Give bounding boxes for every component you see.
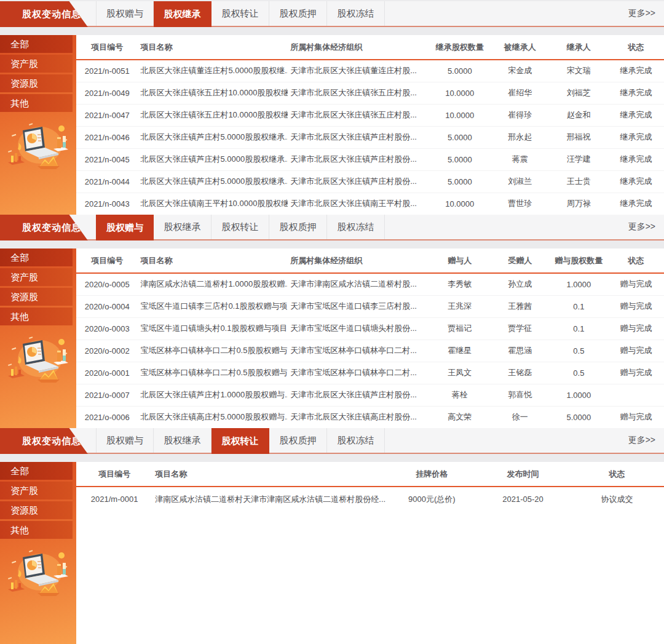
table-cell: 宋文瑞 bbox=[550, 60, 609, 82]
table-cell: 2020/o-0001 bbox=[76, 362, 138, 384]
tab-equity-freeze[interactable]: 股权冻结 bbox=[327, 428, 385, 453]
table-cell: 天津市宝坻区林亭口镇林亭口二村... bbox=[288, 340, 429, 362]
table-cell: 赵金和 bbox=[550, 104, 609, 126]
table-row[interactable]: 2021/n-0049北辰区大张庄镇张五庄村10.0000股股权继...天津市北… bbox=[76, 82, 664, 104]
table-cell: 0.1 bbox=[550, 317, 609, 340]
table-cell: 郭喜悦 bbox=[491, 384, 550, 406]
sidebar-item-all[interactable]: 全部 bbox=[0, 35, 73, 53]
sidebar-item-other[interactable]: 其他 bbox=[0, 94, 73, 112]
table-cell: 天津市北辰区大张庄镇张五庄村股... bbox=[288, 82, 429, 104]
sidebar-item-all[interactable]: 全部 bbox=[0, 248, 73, 266]
tab-equity-pledge[interactable]: 股权质押 bbox=[269, 1, 327, 26]
tab-equity-freeze[interactable]: 股权冻结 bbox=[327, 215, 385, 239]
table-row[interactable]: 2021/n-0051北辰区大张庄镇董连庄村5.0000股股权继...天津市北辰… bbox=[76, 60, 664, 82]
sidebar-item-resource-shares[interactable]: 资源股 bbox=[0, 288, 73, 306]
sidebar-item-asset-shares[interactable]: 资产股 bbox=[0, 55, 73, 73]
table-cell: 霍思涵 bbox=[491, 340, 550, 362]
table-cell: 赠与完成 bbox=[608, 340, 664, 362]
panel-ribbon: 股权变动信息 bbox=[0, 1, 93, 27]
table-cell bbox=[608, 384, 664, 406]
column-header: 赠与股权数量 bbox=[550, 248, 609, 273]
table-cell: 宝坻区林亭口镇林亭口二村0.5股股权赠与... bbox=[138, 340, 288, 362]
table-header-row: 项目编号项目名称挂牌价格发布时间状态 bbox=[76, 462, 664, 487]
table-cell: 赠与完成 bbox=[608, 406, 664, 428]
tab-equity-pledge[interactable]: 股权质押 bbox=[269, 428, 327, 453]
sidebar-item-all[interactable]: 全部 bbox=[0, 462, 73, 480]
table-cell: 宝坻区林亭口镇林亭口二村0.5股股权赠与... bbox=[138, 362, 288, 384]
table-header-row: 项目编号项目名称所属村集体经济组织继承股权数量被继承人继承人状态 bbox=[76, 35, 664, 60]
tab-equity-gift[interactable]: 股权赠与 bbox=[96, 428, 154, 453]
category-menu: 全部资产股资源股其他 bbox=[0, 35, 76, 114]
table-cell: 王铭磊 bbox=[491, 362, 550, 384]
table-cell: 0.5 bbox=[550, 362, 609, 384]
table-cell: 天津市北辰区大张庄镇芦庄村股份... bbox=[288, 126, 429, 148]
table-cell: 2021/o-0006 bbox=[76, 406, 138, 428]
panel-body: 全部资产股资源股其他 bbox=[0, 248, 664, 428]
table-row[interactable]: 2020/o-0001宝坻区林亭口镇林亭口二村0.5股股权赠与...天津市宝坻区… bbox=[76, 362, 664, 384]
panel-title: 股权变动信息 bbox=[0, 222, 81, 234]
table-row[interactable]: 2021/n-0044北辰区大张庄镇芦庄村5.0000股股权继承...天津市北辰… bbox=[76, 170, 664, 193]
tab-equity-freeze[interactable]: 股权冻结 bbox=[327, 1, 385, 26]
tab-bar: 股权赠与股权继承股权转让股权质押股权冻结 bbox=[96, 1, 385, 26]
data-table: 项目编号项目名称挂牌价格发布时间状态 2021/m-0001津南区咸水沽镇二道桥… bbox=[76, 462, 664, 511]
table-cell: 天津市北辰区大张庄镇董连庄村股... bbox=[288, 60, 429, 82]
table-row[interactable]: 2021/n-0043北辰区大张庄镇南王平村10.0000股股权继...天津市北… bbox=[76, 193, 664, 215]
table-row[interactable]: 2021/m-0001津南区咸水沽镇二道桥村天津市津南区咸水沽镇二道桥村股份经.… bbox=[76, 487, 664, 511]
tab-equity-transfer[interactable]: 股权转让 bbox=[211, 215, 269, 239]
category-menu: 全部资产股资源股其他 bbox=[0, 462, 76, 541]
table-row[interactable]: 2020/o-0005津南区咸水沽镇二道桥村1.0000股股权赠...天津市津南… bbox=[76, 273, 664, 295]
table-row[interactable]: 2021/n-0047北辰区大张庄镇张五庄村10.0000股股权继...天津市北… bbox=[76, 104, 664, 126]
table-cell: 2021/n-0047 bbox=[76, 104, 138, 126]
table-cell: 5.0000 bbox=[429, 60, 491, 82]
table-cell: 孙立成 bbox=[491, 273, 550, 295]
sidebar-item-asset-shares[interactable]: 资产股 bbox=[0, 268, 73, 286]
sidebar-item-resource-shares[interactable]: 资源股 bbox=[0, 74, 73, 92]
tab-equity-transfer[interactable]: 股权转让 bbox=[211, 1, 269, 26]
tab-equity-inheritance[interactable]: 股权继承 bbox=[154, 1, 211, 27]
table-cell: 高文荣 bbox=[429, 406, 491, 428]
category-menu: 全部资产股资源股其他 bbox=[0, 248, 76, 327]
sidebar-item-resource-shares[interactable]: 资源股 bbox=[0, 501, 73, 519]
sidebar-item-other[interactable]: 其他 bbox=[0, 521, 73, 539]
sidebar-item-asset-shares[interactable]: 资产股 bbox=[0, 482, 73, 499]
table-cell: 2021/n-0045 bbox=[76, 148, 138, 170]
tab-equity-transfer[interactable]: 股权转让 bbox=[211, 428, 269, 454]
table-area: 项目编号项目名称挂牌价格发布时间状态 2021/m-0001津南区咸水沽镇二道桥… bbox=[76, 462, 664, 644]
table-row[interactable]: 2021/o-0006北辰区大张庄镇高庄村5.0000股股权赠与...天津市北辰… bbox=[76, 406, 664, 428]
more-link[interactable]: 更多>> bbox=[628, 8, 664, 19]
column-header: 状态 bbox=[608, 35, 664, 60]
sidebar-item-other[interactable]: 其他 bbox=[0, 308, 73, 325]
more-link[interactable]: 更多>> bbox=[628, 221, 664, 233]
tab-equity-inheritance[interactable]: 股权继承 bbox=[154, 428, 211, 453]
table-row[interactable]: 2020/o-0002宝坻区林亭口镇林亭口二村0.5股股权赠与...天津市宝坻区… bbox=[76, 340, 664, 362]
category-sidebar: 全部资产股资源股其他 bbox=[0, 248, 76, 428]
table-cell: 2020/o-0004 bbox=[76, 295, 138, 317]
column-header: 项目编号 bbox=[76, 35, 138, 60]
laptop-finance-charts-illustration-icon bbox=[4, 549, 72, 599]
table-row[interactable]: 2021/o-0007北辰区大张庄镇芦庄村1.0000股股权赠与...天津市北辰… bbox=[76, 384, 664, 406]
table-cell: 天津市宝坻区林亭口镇林亭口二村... bbox=[288, 362, 429, 384]
table-cell: 周万禄 bbox=[550, 193, 609, 215]
laptop-finance-charts-illustration-icon bbox=[4, 335, 72, 386]
more-link[interactable]: 更多>> bbox=[628, 435, 664, 446]
table-cell: 天津市北辰区大张庄镇高庄村股份... bbox=[288, 406, 429, 428]
table-cell: 继承完成 bbox=[608, 170, 664, 193]
table-cell: 继承完成 bbox=[608, 60, 664, 82]
panel-ribbon: 股权变动信息 bbox=[0, 215, 93, 241]
table-area: 项目编号项目名称所属村集体经济组织继承股权数量被继承人继承人状态 2021/n-… bbox=[76, 35, 664, 215]
table-row[interactable]: 2021/n-0045北辰区大张庄镇芦庄村5.0000股股权继承...天津市北辰… bbox=[76, 148, 664, 170]
tab-equity-gift[interactable]: 股权赠与 bbox=[96, 215, 154, 241]
tab-equity-pledge[interactable]: 股权质押 bbox=[269, 215, 327, 239]
table-cell: 李秀敏 bbox=[429, 273, 491, 295]
tab-equity-inheritance[interactable]: 股权继承 bbox=[154, 215, 211, 239]
panel-header: 股权变动信息 股权赠与股权继承股权转让股权质押股权冻结 更多>> bbox=[0, 215, 664, 241]
table-cell: 1.0000 bbox=[550, 273, 609, 295]
table-row[interactable]: 2020/o-0003宝坻区牛道口镇塘头村0.1股股权赠与项目天津市宝坻区牛道口… bbox=[76, 317, 664, 340]
panel-transfer: 股权变动信息 股权赠与股权继承股权转让股权质押股权冻结 更多>> 全部资产股资源… bbox=[0, 428, 664, 644]
table-cell: 0.5 bbox=[550, 340, 609, 362]
table-row[interactable]: 2021/n-0046北辰区大张庄镇芦庄村5.0000股股权继承...天津市北辰… bbox=[76, 126, 664, 148]
table-row[interactable]: 2020/o-0004宝坻区牛道口镇李三店村0.1股股权赠与项目天津市宝坻区牛道… bbox=[76, 295, 664, 317]
table-cell: 刘福芝 bbox=[550, 82, 609, 104]
tab-equity-gift[interactable]: 股权赠与 bbox=[96, 1, 154, 26]
table-cell: 2021-05-20 bbox=[476, 487, 570, 511]
